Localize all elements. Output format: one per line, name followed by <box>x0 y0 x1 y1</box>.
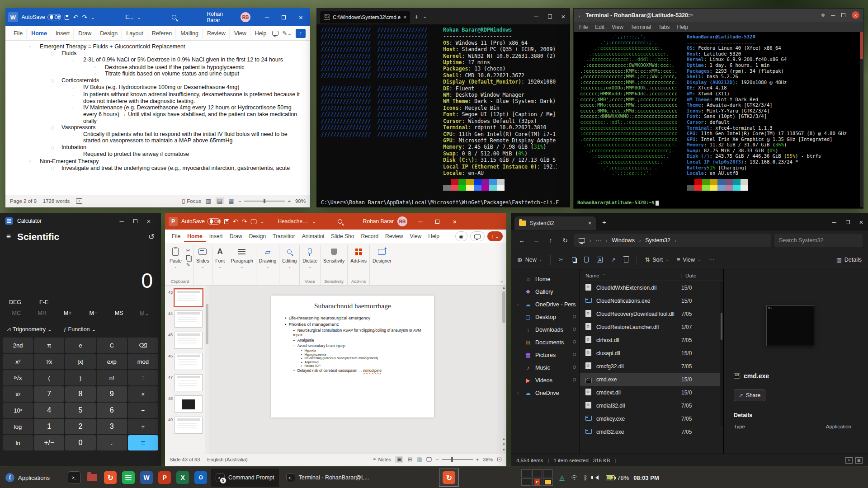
calc-key-4[interactable]: 4 <box>34 403 64 418</box>
undo-icon[interactable]: ↶ <box>73 14 78 21</box>
calc-key-5[interactable]: 5 <box>65 403 95 418</box>
taskbar-window-terminal-rohanbarar-l-[interactable]: >_Terminal - RohanBarar@L... <box>282 469 374 487</box>
file-row-CloudIdWxhExtension-dll[interactable]: CloudIdWxhExtension.dll15/0 <box>580 281 723 294</box>
sidebar-item-home[interactable]: ⌂Home <box>511 273 580 286</box>
calc-key-n[interactable]: n! <box>97 370 127 385</box>
maximize-button[interactable] <box>277 8 290 26</box>
paste-icon[interactable] <box>584 257 589 263</box>
doc-chevron-icon[interactable]: ⌄ <box>137 15 141 20</box>
calc-key-2nd[interactable]: 2nd <box>3 338 33 353</box>
file-manager-launcher-icon[interactable] <box>86 471 99 484</box>
refresh-icon[interactable]: ↻ <box>560 237 571 244</box>
close-button[interactable]: × <box>142 213 156 229</box>
dictate-button[interactable]: Dictate⌄ <box>302 245 317 269</box>
focus-button[interactable]: ▯Focus <box>182 197 201 204</box>
function-dropdown[interactable]: ƒ Function ⌄ <box>64 326 96 333</box>
ppt-tab-help[interactable]: Help <box>425 230 443 242</box>
angle-unit-button[interactable]: DEG <box>9 299 21 305</box>
explorer-tab[interactable]: System32 × <box>514 216 596 230</box>
word-tab-draw[interactable]: Draw <box>75 28 95 39</box>
battery-indicator[interactable]: ⚡ 78% <box>606 474 629 481</box>
sensitivity-button[interactable]: Sensitivity <box>323 245 344 263</box>
paragraph-button[interactable]: Paragraph⌄ <box>231 245 253 269</box>
slide-title[interactable]: Subarachnoid haemorrhage <box>279 302 426 310</box>
file-row-CloudRecoveryDownloadTool-dll[interactable]: CloudRecoveryDownloadTool.dll7/05 <box>580 307 723 320</box>
format-painter-icon[interactable]: ✎ <box>186 262 190 268</box>
editing-button[interactable]: Editing⌄ <box>282 245 297 269</box>
file-row-cmd-exe[interactable]: C:\cmd.exe15/0 <box>580 373 723 386</box>
zoom-slider[interactable]: −+ <box>239 198 291 204</box>
read-mode-icon[interactable]: ▥ <box>206 197 211 204</box>
sidebar-item-desktop[interactable]: ▢Desktop <box>511 311 580 324</box>
breadcrumb-system32[interactable]: System32 <box>645 237 670 244</box>
calc-key-0[interactable]: 0 <box>65 435 95 450</box>
file-row-cmdext-dll[interactable]: cmdext.dll15/0 <box>580 386 723 399</box>
redo-icon[interactable]: ↷ <box>82 14 87 21</box>
zoom-level[interactable]: 90% <box>295 198 306 204</box>
calc-key-9[interactable]: 9 <box>97 386 127 402</box>
word-document[interactable]: •Emergent Therapy = Fluids + Glucocortic… <box>5 41 310 195</box>
panel-scrollbar[interactable] <box>205 286 209 454</box>
scroll-down-icon[interactable]: ▼ <box>502 448 506 452</box>
calc-key-x[interactable]: ²√x <box>3 370 33 385</box>
ppt-tab-insert[interactable]: Insert <box>206 230 226 242</box>
slide-thumbnail-48[interactable]: 48 <box>165 395 205 413</box>
zoom-level[interactable]: 38% <box>483 457 493 462</box>
delete-icon[interactable] <box>624 258 628 263</box>
date-column-header[interactable]: Date <box>681 273 713 278</box>
up-icon[interactable]: ↑ <box>545 237 556 244</box>
save-icon[interactable] <box>224 219 229 224</box>
word-app-icon[interactable]: W <box>8 12 18 22</box>
word-tab-help[interactable]: Help <box>251 28 271 39</box>
maximize-button[interactable] <box>431 213 444 230</box>
word-tab-file[interactable]: File <box>10 28 27 39</box>
new-button[interactable]: ⊕New⌄ <box>517 256 542 263</box>
calc-key-[interactable]: +/− <box>34 435 64 450</box>
cut-icon[interactable]: ✂ <box>559 256 563 263</box>
share-button[interactable]: ↑ ⌄ <box>487 231 503 241</box>
notes-button[interactable]: ≐Notes <box>373 457 391 462</box>
font-button[interactable]: AFont⌄ <box>215 245 225 269</box>
quick-access-chevron-icon[interactable]: ⌄ <box>91 15 94 20</box>
file-row-cmdl32-exe[interactable]: cmdl32.exe7/05 <box>580 425 723 438</box>
reading-view-icon[interactable]: ▥ <box>416 456 422 463</box>
cmd-tab[interactable]: C:\ C:\Windows\System32\cmd.e × <box>320 11 410 23</box>
orange-app-launcher-icon[interactable]: ↻ <box>104 471 117 484</box>
back-icon[interactable]: ← <box>516 237 527 244</box>
sidebar-item-onedrive[interactable]: ›☁OneDrive <box>511 387 580 399</box>
more-options-icon[interactable]: ⋯ <box>709 256 715 263</box>
shade-button[interactable] <box>821 14 825 17</box>
comments-icon[interactable] <box>272 31 278 36</box>
tab-dropdown-icon[interactable]: ⌄ <box>423 14 427 19</box>
cut-icon[interactable]: ✂ <box>186 248 190 253</box>
ppt-tab-design[interactable]: Design <box>246 230 269 242</box>
tab-close-icon[interactable]: × <box>588 220 591 226</box>
calc-key-10[interactable]: 10ˣ <box>3 403 33 418</box>
minimize-button[interactable]: ─ <box>414 213 427 230</box>
file-list-scrollbar[interactable] <box>720 281 723 426</box>
maximize-button[interactable] <box>543 8 557 24</box>
forward-icon[interactable]: → <box>531 237 542 244</box>
minimize-button[interactable]: ─ <box>529 8 543 24</box>
active-orange-app-button[interactable]: ↻ <box>439 469 459 487</box>
hamburger-menu-icon[interactable]: ≡ <box>6 232 11 241</box>
close-button[interactable]: × <box>852 11 859 19</box>
calc-key-[interactable]: ) <box>65 370 95 385</box>
designer-button[interactable]: Designer <box>373 245 392 263</box>
calc-key-[interactable]: ⌫ <box>128 338 158 353</box>
file-row-CloudNotifications-exe[interactable]: CloudNotifications.exe15/0 <box>580 294 723 307</box>
file-row-clrhost-dll[interactable]: clrhost.dll7/05 <box>580 333 723 347</box>
minimize-button[interactable]: ─ <box>831 12 835 19</box>
file-row-cmdial32-dll[interactable]: cmdial32.dll7/05 <box>580 399 723 412</box>
paste-button[interactable]: Paste⌄ <box>170 245 182 269</box>
comments-button[interactable] <box>470 231 485 241</box>
bluetooth-icon[interactable]: ᛒ <box>584 474 587 481</box>
taskbar-window-command-prompt[interactable]: >_5Command Prompt <box>211 469 278 487</box>
present-icon[interactable]: 🖵 <box>251 218 257 225</box>
ppt-tab-home[interactable]: Home <box>184 230 205 242</box>
word-tab-design[interactable]: Design <box>96 28 122 39</box>
this-pc-icon[interactable] <box>579 238 585 243</box>
calc-key-ln[interactable]: ln <box>3 435 33 450</box>
applications-menu-button[interactable]: f Applications <box>0 467 55 488</box>
collapse-ribbon-icon[interactable]: ⌄ <box>500 278 504 283</box>
